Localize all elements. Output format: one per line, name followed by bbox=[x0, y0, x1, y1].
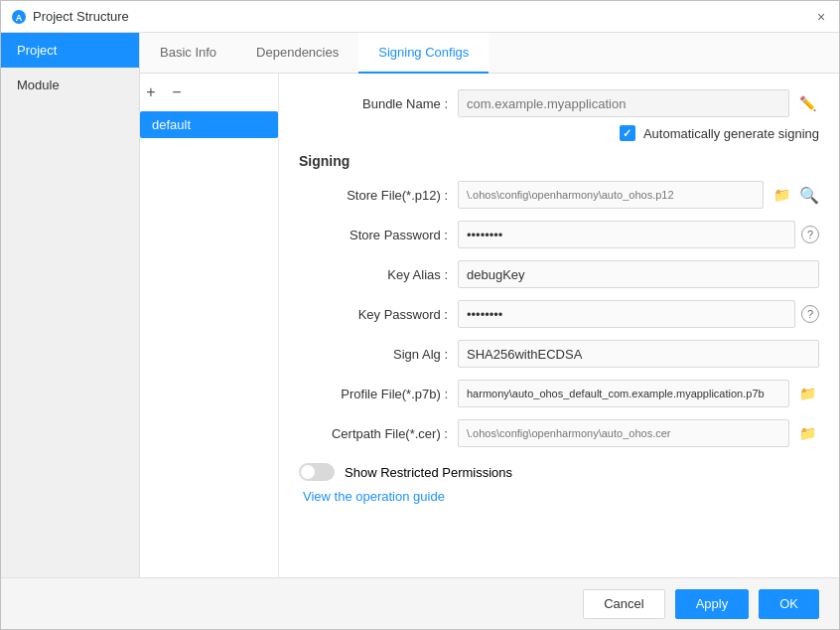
tab-signing-configs[interactable]: Signing Configs bbox=[358, 33, 489, 74]
certpath-file-input-wrap: 📁 bbox=[458, 419, 819, 447]
profile-file-label: Profile File(*.p7b) : bbox=[299, 387, 458, 401]
operation-guide-row: View the operation guide bbox=[299, 489, 819, 504]
key-password-input-wrap: ? bbox=[458, 300, 819, 328]
config-item-default[interactable]: default bbox=[140, 111, 278, 138]
remove-config-button[interactable]: − bbox=[166, 81, 188, 103]
footer: Cancel Apply OK bbox=[1, 577, 839, 629]
profile-file-input[interactable] bbox=[458, 380, 789, 407]
sign-alg-input-wrap bbox=[458, 340, 819, 368]
cancel-button[interactable]: Cancel bbox=[583, 589, 664, 619]
ok-button[interactable]: OK bbox=[759, 589, 819, 619]
store-password-help-icon[interactable]: ? bbox=[801, 226, 819, 243]
left-panel: + − default bbox=[140, 74, 279, 577]
app-icon: A bbox=[11, 9, 27, 25]
bundle-name-edit-icon[interactable]: ✏️ bbox=[795, 91, 819, 115]
bundle-name-input[interactable] bbox=[458, 89, 789, 117]
list-toolbar: + − bbox=[140, 74, 278, 111]
signing-section-title: Signing bbox=[299, 153, 819, 169]
certpath-file-browse-button[interactable]: 📁 bbox=[795, 421, 819, 445]
key-alias-label: Key Alias : bbox=[299, 267, 458, 282]
bundle-name-row: Bundle Name : ✏️ bbox=[299, 89, 819, 117]
sign-alg-label: Sign Alg : bbox=[299, 347, 458, 362]
svg-text:A: A bbox=[16, 13, 23, 23]
key-password-input[interactable] bbox=[458, 300, 795, 328]
apply-button[interactable]: Apply bbox=[675, 589, 750, 619]
key-alias-row: Key Alias : bbox=[299, 260, 819, 288]
right-panel: Bundle Name : ✏️ Automatically generate … bbox=[279, 74, 839, 577]
fingerprint-icon[interactable]: 🔍 bbox=[799, 186, 819, 205]
store-file-browse-button[interactable]: 📁 bbox=[770, 183, 793, 207]
store-file-input[interactable] bbox=[458, 181, 764, 209]
project-structure-window: A Project Structure × Project Module Bas… bbox=[0, 0, 840, 630]
sign-alg-input[interactable] bbox=[458, 340, 819, 368]
main-panel: Basic Info Dependencies Signing Configs … bbox=[140, 33, 839, 577]
title-bar: A Project Structure × bbox=[1, 1, 839, 33]
store-password-input[interactable] bbox=[458, 221, 795, 248]
sidebar-item-project[interactable]: Project bbox=[1, 33, 139, 68]
certpath-file-input[interactable] bbox=[458, 419, 789, 447]
body: Project Module Basic Info Dependencies S… bbox=[1, 33, 839, 577]
bundle-name-label: Bundle Name : bbox=[299, 96, 458, 111]
operation-guide-link[interactable]: View the operation guide bbox=[303, 489, 445, 504]
store-password-row: Store Password : ? bbox=[299, 221, 819, 248]
auto-sign-row: Automatically generate signing bbox=[299, 125, 819, 141]
certpath-file-row: Certpath File(*.cer) : 📁 bbox=[299, 419, 819, 447]
profile-file-browse-button[interactable]: 📁 bbox=[795, 382, 819, 405]
key-alias-input-wrap bbox=[458, 260, 819, 288]
certpath-file-label: Certpath File(*.cer) : bbox=[299, 426, 458, 441]
restricted-permissions-toggle[interactable] bbox=[299, 463, 335, 481]
key-password-label: Key Password : bbox=[299, 307, 458, 322]
sidebar-item-module[interactable]: Module bbox=[1, 68, 139, 102]
profile-file-input-wrap: 📁 bbox=[458, 380, 819, 407]
restricted-permissions-row: Show Restricted Permissions bbox=[299, 463, 819, 481]
restricted-permissions-label: Show Restricted Permissions bbox=[345, 465, 512, 480]
tab-dependencies[interactable]: Dependencies bbox=[236, 33, 358, 74]
sign-alg-row: Sign Alg : bbox=[299, 340, 819, 368]
window-title: Project Structure bbox=[33, 9, 813, 24]
bundle-name-input-wrap: ✏️ bbox=[458, 89, 819, 117]
auto-sign-label: Automatically generate signing bbox=[643, 126, 819, 141]
tabs-bar: Basic Info Dependencies Signing Configs bbox=[140, 33, 839, 74]
store-file-label: Store File(*.p12) : bbox=[299, 188, 458, 203]
tab-basic-info[interactable]: Basic Info bbox=[140, 33, 236, 74]
store-file-input-wrap: 📁 🔍 bbox=[458, 181, 819, 209]
store-file-row: Store File(*.p12) : 📁 🔍 bbox=[299, 181, 819, 209]
key-password-row: Key Password : ? bbox=[299, 300, 819, 328]
sidebar: Project Module bbox=[1, 33, 140, 577]
tabs-body: + − default Bundle Name : ✏️ bbox=[140, 74, 839, 577]
close-button[interactable]: × bbox=[813, 9, 829, 25]
profile-file-row: Profile File(*.p7b) : 📁 bbox=[299, 380, 819, 407]
auto-sign-checkbox[interactable] bbox=[620, 125, 635, 141]
store-password-input-wrap: ? bbox=[458, 221, 819, 248]
store-password-label: Store Password : bbox=[299, 228, 458, 242]
key-alias-input[interactable] bbox=[458, 260, 819, 288]
key-password-help-icon[interactable]: ? bbox=[801, 305, 819, 323]
add-config-button[interactable]: + bbox=[140, 81, 162, 103]
